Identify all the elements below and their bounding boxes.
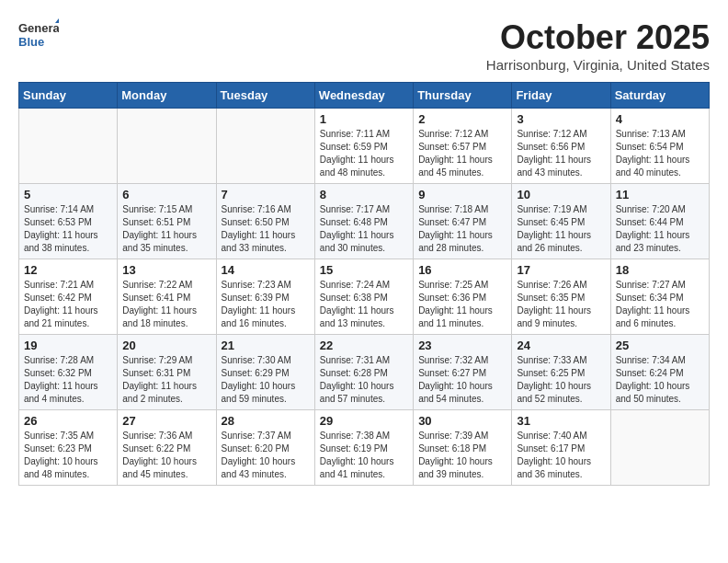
day-info: Sunrise: 7:34 AM Sunset: 6:24 PM Dayligh… (616, 354, 704, 406)
calendar-cell: 12Sunrise: 7:21 AM Sunset: 6:42 PM Dayli… (19, 259, 118, 335)
calendar-cell: 11Sunrise: 7:20 AM Sunset: 6:44 PM Dayli… (610, 184, 709, 259)
day-info: Sunrise: 7:30 AM Sunset: 6:29 PM Dayligh… (222, 354, 310, 406)
weekday-header: Wednesday (314, 83, 413, 109)
day-info: Sunrise: 7:20 AM Sunset: 6:44 PM Dayligh… (616, 203, 704, 255)
calendar-cell: 22Sunrise: 7:31 AM Sunset: 6:28 PM Dayli… (314, 335, 413, 410)
svg-text:General: General (18, 21, 59, 35)
weekday-header: Tuesday (216, 83, 314, 109)
day-number: 27 (122, 414, 210, 428)
day-info: Sunrise: 7:22 AM Sunset: 6:41 PM Dayligh… (122, 279, 210, 330)
day-info: Sunrise: 7:18 AM Sunset: 6:47 PM Dayligh… (418, 203, 506, 255)
svg-text:Blue: Blue (18, 35, 44, 49)
calendar-week-row: 12Sunrise: 7:21 AM Sunset: 6:42 PM Dayli… (19, 259, 710, 335)
day-number: 26 (24, 414, 112, 428)
calendar-cell: 18Sunrise: 7:27 AM Sunset: 6:34 PM Dayli… (610, 259, 709, 335)
calendar-cell (118, 109, 216, 184)
calendar-cell: 20Sunrise: 7:29 AM Sunset: 6:31 PM Dayli… (118, 335, 216, 410)
day-number: 19 (24, 339, 112, 352)
day-info: Sunrise: 7:26 AM Sunset: 6:35 PM Dayligh… (517, 279, 605, 330)
day-info: Sunrise: 7:15 AM Sunset: 6:51 PM Dayligh… (122, 203, 210, 255)
calendar-cell: 4Sunrise: 7:13 AM Sunset: 6:54 PM Daylig… (610, 109, 709, 184)
calendar-week-row: 5Sunrise: 7:14 AM Sunset: 6:53 PM Daylig… (19, 184, 710, 259)
day-info: Sunrise: 7:16 AM Sunset: 6:50 PM Dayligh… (222, 203, 310, 255)
day-info: Sunrise: 7:33 AM Sunset: 6:25 PM Dayligh… (517, 354, 605, 406)
calendar-cell: 29Sunrise: 7:38 AM Sunset: 6:19 PM Dayli… (314, 410, 413, 486)
calendar-cell: 28Sunrise: 7:37 AM Sunset: 6:20 PM Dayli… (216, 410, 314, 486)
month-title: October 2025 (486, 18, 710, 57)
day-number: 16 (418, 263, 506, 277)
calendar-cell: 31Sunrise: 7:40 AM Sunset: 6:17 PM Dayli… (512, 410, 610, 486)
calendar-cell: 13Sunrise: 7:22 AM Sunset: 6:41 PM Dayli… (118, 259, 216, 335)
calendar-cell: 7Sunrise: 7:16 AM Sunset: 6:50 PM Daylig… (216, 184, 314, 259)
calendar-cell: 19Sunrise: 7:28 AM Sunset: 6:32 PM Dayli… (19, 335, 118, 410)
day-number: 24 (517, 339, 605, 352)
calendar-cell: 30Sunrise: 7:39 AM Sunset: 6:18 PM Dayli… (414, 410, 512, 486)
day-number: 22 (320, 339, 408, 352)
logo: General Blue (18, 18, 59, 52)
day-info: Sunrise: 7:28 AM Sunset: 6:32 PM Dayligh… (24, 354, 112, 406)
calendar-week-row: 26Sunrise: 7:35 AM Sunset: 6:23 PM Dayli… (19, 410, 710, 486)
calendar-cell: 3Sunrise: 7:12 AM Sunset: 6:56 PM Daylig… (512, 109, 610, 184)
day-info: Sunrise: 7:25 AM Sunset: 6:36 PM Dayligh… (418, 279, 506, 330)
calendar-cell: 24Sunrise: 7:33 AM Sunset: 6:25 PM Dayli… (512, 335, 610, 410)
weekday-header-row: SundayMondayTuesdayWednesdayThursdayFrid… (19, 83, 710, 109)
day-number: 11 (616, 188, 704, 201)
day-number: 10 (517, 188, 605, 201)
day-number: 9 (418, 188, 506, 201)
calendar-cell: 2Sunrise: 7:12 AM Sunset: 6:57 PM Daylig… (414, 109, 512, 184)
day-info: Sunrise: 7:19 AM Sunset: 6:45 PM Dayligh… (517, 203, 605, 255)
title-area: October 2025 Harrisonburg, Virginia, Uni… (486, 18, 710, 73)
day-number: 2 (418, 112, 506, 126)
weekday-header: Monday (118, 83, 216, 109)
day-number: 4 (616, 112, 704, 126)
location-title: Harrisonburg, Virginia, United States (486, 57, 710, 73)
day-info: Sunrise: 7:38 AM Sunset: 6:19 PM Dayligh… (320, 430, 408, 481)
day-info: Sunrise: 7:40 AM Sunset: 6:17 PM Dayligh… (517, 430, 605, 481)
calendar-cell (610, 410, 709, 486)
calendar-cell: 5Sunrise: 7:14 AM Sunset: 6:53 PM Daylig… (19, 184, 118, 259)
day-number: 13 (122, 263, 210, 277)
page-header: General Blue October 2025 Harrisonburg, … (18, 18, 710, 73)
day-info: Sunrise: 7:21 AM Sunset: 6:42 PM Dayligh… (24, 279, 112, 330)
day-info: Sunrise: 7:12 AM Sunset: 6:57 PM Dayligh… (418, 128, 506, 179)
calendar-cell: 16Sunrise: 7:25 AM Sunset: 6:36 PM Dayli… (414, 259, 512, 335)
day-info: Sunrise: 7:23 AM Sunset: 6:39 PM Dayligh… (222, 279, 310, 330)
calendar-cell: 6Sunrise: 7:15 AM Sunset: 6:51 PM Daylig… (118, 184, 216, 259)
day-info: Sunrise: 7:14 AM Sunset: 6:53 PM Dayligh… (24, 203, 112, 255)
day-number: 25 (616, 339, 704, 352)
day-info: Sunrise: 7:32 AM Sunset: 6:27 PM Dayligh… (418, 354, 506, 406)
day-number: 12 (24, 263, 112, 277)
weekday-header: Friday (512, 83, 610, 109)
calendar-cell (19, 109, 118, 184)
day-info: Sunrise: 7:11 AM Sunset: 6:59 PM Dayligh… (320, 128, 408, 179)
calendar-cell: 15Sunrise: 7:24 AM Sunset: 6:38 PM Dayli… (314, 259, 413, 335)
day-info: Sunrise: 7:27 AM Sunset: 6:34 PM Dayligh… (616, 279, 704, 330)
day-number: 14 (222, 263, 310, 277)
day-number: 29 (320, 414, 408, 428)
day-number: 3 (517, 112, 605, 126)
calendar-week-row: 1Sunrise: 7:11 AM Sunset: 6:59 PM Daylig… (19, 109, 710, 184)
day-number: 17 (517, 263, 605, 277)
day-number: 5 (24, 188, 112, 201)
day-number: 30 (418, 414, 506, 428)
day-number: 20 (122, 339, 210, 352)
day-number: 18 (616, 263, 704, 277)
calendar-cell: 10Sunrise: 7:19 AM Sunset: 6:45 PM Dayli… (512, 184, 610, 259)
calendar-table: SundayMondayTuesdayWednesdayThursdayFrid… (18, 82, 710, 486)
day-info: Sunrise: 7:12 AM Sunset: 6:56 PM Dayligh… (517, 128, 605, 179)
day-info: Sunrise: 7:35 AM Sunset: 6:23 PM Dayligh… (24, 430, 112, 481)
calendar-cell (216, 109, 314, 184)
day-number: 28 (222, 414, 310, 428)
calendar-cell: 8Sunrise: 7:17 AM Sunset: 6:48 PM Daylig… (314, 184, 413, 259)
calendar-cell: 26Sunrise: 7:35 AM Sunset: 6:23 PM Dayli… (19, 410, 118, 486)
calendar-cell: 23Sunrise: 7:32 AM Sunset: 6:27 PM Dayli… (414, 335, 512, 410)
weekday-header: Thursday (414, 83, 512, 109)
calendar-week-row: 19Sunrise: 7:28 AM Sunset: 6:32 PM Dayli… (19, 335, 710, 410)
calendar-cell: 1Sunrise: 7:11 AM Sunset: 6:59 PM Daylig… (314, 109, 413, 184)
day-info: Sunrise: 7:37 AM Sunset: 6:20 PM Dayligh… (222, 430, 310, 481)
day-number: 15 (320, 263, 408, 277)
day-info: Sunrise: 7:13 AM Sunset: 6:54 PM Dayligh… (616, 128, 704, 179)
weekday-header: Sunday (19, 83, 118, 109)
day-number: 8 (320, 188, 408, 201)
calendar-cell: 9Sunrise: 7:18 AM Sunset: 6:47 PM Daylig… (414, 184, 512, 259)
